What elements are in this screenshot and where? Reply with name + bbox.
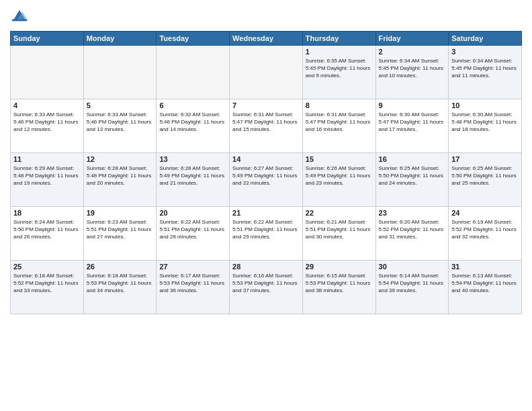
calendar-day-cell (157, 46, 230, 99)
calendar-week-row: 18Sunrise: 6:24 AM Sunset: 5:50 PM Dayli… (11, 207, 522, 261)
calendar-day-cell: 26Sunrise: 6:18 AM Sunset: 5:53 PM Dayli… (83, 261, 157, 314)
day-info: Sunrise: 6:22 AM Sunset: 5:51 PM Dayligh… (159, 218, 226, 241)
day-number: 21 (232, 209, 300, 217)
calendar-day-cell: 17Sunrise: 6:25 AM Sunset: 5:50 PM Dayli… (449, 153, 522, 207)
calendar-day-cell: 4Sunrise: 6:33 AM Sunset: 5:46 PM Daylig… (11, 99, 84, 153)
day-number: 22 (306, 209, 373, 217)
day-info: Sunrise: 6:18 AM Sunset: 5:53 PM Dayligh… (87, 272, 154, 295)
calendar-day-cell: 20Sunrise: 6:22 AM Sunset: 5:51 PM Dayli… (157, 207, 230, 261)
day-number: 20 (159, 209, 226, 217)
calendar-day-cell: 29Sunrise: 6:15 AM Sunset: 5:53 PM Dayli… (302, 261, 375, 314)
day-number: 25 (13, 263, 81, 271)
calendar-header-row: SundayMondayTuesdayWednesdayThursdayFrid… (11, 32, 522, 46)
day-number: 11 (13, 155, 81, 163)
calendar-day-cell: 27Sunrise: 6:17 AM Sunset: 5:53 PM Dayli… (157, 261, 230, 314)
calendar-day-cell (230, 46, 303, 99)
calendar-day-cell (83, 46, 157, 99)
logo-icon (10, 7, 29, 26)
day-info: Sunrise: 6:28 AM Sunset: 5:48 PM Dayligh… (87, 165, 154, 187)
day-number: 17 (451, 155, 519, 163)
calendar-day-cell: 30Sunrise: 6:14 AM Sunset: 5:54 PM Dayli… (375, 261, 449, 314)
day-info: Sunrise: 6:25 AM Sunset: 5:50 PM Dayligh… (451, 165, 519, 187)
calendar-day-cell: 21Sunrise: 6:22 AM Sunset: 5:51 PM Dayli… (230, 207, 303, 261)
day-number: 8 (306, 101, 373, 109)
calendar-day-cell: 11Sunrise: 6:29 AM Sunset: 5:48 PM Dayli… (11, 153, 84, 207)
day-number: 15 (306, 155, 373, 163)
day-number: 19 (87, 209, 154, 217)
calendar-day-cell: 24Sunrise: 6:19 AM Sunset: 5:52 PM Dayli… (449, 207, 522, 261)
day-info: Sunrise: 6:33 AM Sunset: 5:46 PM Dayligh… (87, 111, 154, 134)
calendar-day-cell: 12Sunrise: 6:28 AM Sunset: 5:48 PM Dayli… (83, 153, 157, 207)
calendar-day-cell: 31Sunrise: 6:13 AM Sunset: 5:54 PM Dayli… (449, 261, 522, 314)
day-info: Sunrise: 6:28 AM Sunset: 5:49 PM Dayligh… (159, 165, 226, 187)
day-number: 13 (159, 155, 226, 163)
day-number: 2 (379, 48, 446, 56)
day-info: Sunrise: 6:29 AM Sunset: 5:48 PM Dayligh… (13, 165, 81, 187)
calendar-day-cell (11, 46, 84, 99)
weekday-header: Friday (375, 32, 449, 46)
calendar-day-cell: 5Sunrise: 6:33 AM Sunset: 5:46 PM Daylig… (83, 99, 157, 153)
calendar-day-cell: 28Sunrise: 6:16 AM Sunset: 5:53 PM Dayli… (230, 261, 303, 314)
calendar-day-cell: 14Sunrise: 6:27 AM Sunset: 5:49 PM Dayli… (230, 153, 303, 207)
day-info: Sunrise: 6:21 AM Sunset: 5:51 PM Dayligh… (306, 218, 373, 241)
day-info: Sunrise: 6:34 AM Sunset: 5:45 PM Dayligh… (451, 57, 519, 80)
day-info: Sunrise: 6:13 AM Sunset: 5:54 PM Dayligh… (451, 272, 519, 295)
day-info: Sunrise: 6:27 AM Sunset: 5:49 PM Dayligh… (232, 165, 300, 187)
calendar-day-cell: 7Sunrise: 6:31 AM Sunset: 5:47 PM Daylig… (230, 99, 303, 153)
day-info: Sunrise: 6:30 AM Sunset: 5:47 PM Dayligh… (379, 111, 446, 134)
calendar-day-cell: 15Sunrise: 6:26 AM Sunset: 5:49 PM Dayli… (302, 153, 375, 207)
day-info: Sunrise: 6:16 AM Sunset: 5:53 PM Dayligh… (232, 272, 300, 295)
day-number: 7 (232, 101, 300, 109)
day-number: 29 (306, 263, 373, 271)
calendar-day-cell: 13Sunrise: 6:28 AM Sunset: 5:49 PM Dayli… (157, 153, 230, 207)
day-info: Sunrise: 6:34 AM Sunset: 5:45 PM Dayligh… (379, 57, 446, 80)
day-number: 5 (87, 101, 154, 109)
day-number: 3 (451, 48, 519, 56)
weekday-header: Thursday (302, 32, 375, 46)
calendar-day-cell: 9Sunrise: 6:30 AM Sunset: 5:47 PM Daylig… (375, 99, 449, 153)
calendar-day-cell: 6Sunrise: 6:32 AM Sunset: 5:46 PM Daylig… (157, 99, 230, 153)
calendar-day-cell: 2Sunrise: 6:34 AM Sunset: 5:45 PM Daylig… (375, 46, 449, 99)
calendar-day-cell: 10Sunrise: 6:30 AM Sunset: 5:48 PM Dayli… (449, 99, 522, 153)
header (10, 7, 522, 26)
weekday-header: Wednesday (230, 32, 303, 46)
calendar-table: SundayMondayTuesdayWednesdayThursdayFrid… (10, 31, 522, 314)
calendar-day-cell: 25Sunrise: 6:18 AM Sunset: 5:52 PM Dayli… (11, 261, 84, 314)
day-info: Sunrise: 6:31 AM Sunset: 5:47 PM Dayligh… (306, 111, 373, 134)
calendar-day-cell: 19Sunrise: 6:23 AM Sunset: 5:51 PM Dayli… (83, 207, 157, 261)
day-info: Sunrise: 6:31 AM Sunset: 5:47 PM Dayligh… (232, 111, 300, 134)
day-info: Sunrise: 6:17 AM Sunset: 5:53 PM Dayligh… (159, 272, 226, 295)
day-info: Sunrise: 6:33 AM Sunset: 5:46 PM Dayligh… (13, 111, 81, 134)
calendar-week-row: 11Sunrise: 6:29 AM Sunset: 5:48 PM Dayli… (11, 153, 522, 207)
day-info: Sunrise: 6:30 AM Sunset: 5:48 PM Dayligh… (451, 111, 519, 134)
day-info: Sunrise: 6:20 AM Sunset: 5:52 PM Dayligh… (379, 218, 446, 241)
day-info: Sunrise: 6:25 AM Sunset: 5:50 PM Dayligh… (379, 165, 446, 187)
day-number: 27 (159, 263, 226, 271)
calendar-week-row: 1Sunrise: 6:35 AM Sunset: 5:45 PM Daylig… (11, 46, 522, 99)
day-number: 4 (13, 101, 81, 109)
day-number: 6 (159, 101, 226, 109)
weekday-header: Sunday (11, 32, 84, 46)
day-number: 16 (379, 155, 446, 163)
calendar-day-cell: 23Sunrise: 6:20 AM Sunset: 5:52 PM Dayli… (375, 207, 449, 261)
day-info: Sunrise: 6:18 AM Sunset: 5:52 PM Dayligh… (13, 272, 81, 295)
day-info: Sunrise: 6:24 AM Sunset: 5:50 PM Dayligh… (13, 218, 81, 241)
day-number: 14 (232, 155, 300, 163)
calendar-day-cell: 22Sunrise: 6:21 AM Sunset: 5:51 PM Dayli… (302, 207, 375, 261)
calendar-day-cell: 16Sunrise: 6:25 AM Sunset: 5:50 PM Dayli… (375, 153, 449, 207)
weekday-header: Saturday (449, 32, 522, 46)
day-info: Sunrise: 6:15 AM Sunset: 5:53 PM Dayligh… (306, 272, 373, 295)
calendar-day-cell: 8Sunrise: 6:31 AM Sunset: 5:47 PM Daylig… (302, 99, 375, 153)
day-info: Sunrise: 6:14 AM Sunset: 5:54 PM Dayligh… (379, 272, 446, 295)
svg-rect-2 (12, 19, 27, 21)
day-info: Sunrise: 6:22 AM Sunset: 5:51 PM Dayligh… (232, 218, 300, 241)
weekday-header: Tuesday (157, 32, 230, 46)
day-number: 28 (232, 263, 300, 271)
day-number: 10 (451, 101, 519, 109)
day-info: Sunrise: 6:32 AM Sunset: 5:46 PM Dayligh… (159, 111, 226, 134)
calendar-week-row: 25Sunrise: 6:18 AM Sunset: 5:52 PM Dayli… (11, 261, 522, 314)
logo (10, 7, 32, 26)
day-number: 9 (379, 101, 446, 109)
day-info: Sunrise: 6:35 AM Sunset: 5:45 PM Dayligh… (306, 57, 373, 80)
day-info: Sunrise: 6:26 AM Sunset: 5:49 PM Dayligh… (306, 165, 373, 187)
